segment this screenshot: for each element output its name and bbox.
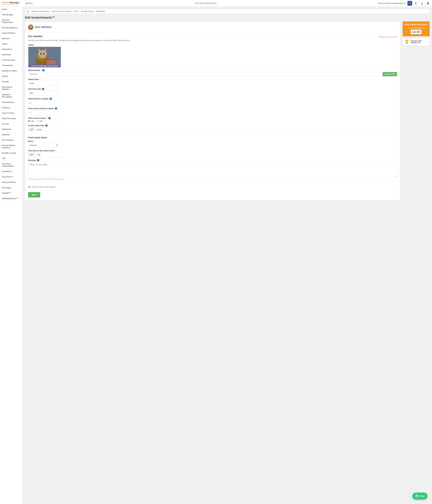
sidebar-item-integrations[interactable]: Integrations › bbox=[0, 47, 22, 52]
sidebar-chevron-icon: › bbox=[20, 64, 20, 66]
sidebar-chevron-icon: › bbox=[20, 176, 20, 178]
sidebar-chevron-icon: › bbox=[20, 43, 20, 45]
sidebar-chevron-icon: › bbox=[20, 59, 20, 61]
sidebar-item-faq-management[interactable]: FAQ Management › bbox=[0, 25, 22, 30]
sidebar-item-transactions[interactable]: Transactions › bbox=[0, 63, 22, 68]
sidebar-item-trs[interactable]: TRS › bbox=[0, 156, 22, 161]
breadcrumb-manage-awards[interactable]: Manage Awards bbox=[81, 10, 94, 12]
message-textarea[interactable]: This is an eCat bbox=[28, 162, 397, 177]
user-button[interactable]: 👤 bbox=[425, 1, 430, 6]
sidebar-item-smarttech[interactable]: SmartTech™ › bbox=[0, 174, 22, 180]
allow-custom-info-icon[interactable]: i bbox=[48, 117, 51, 119]
expiry-warning-info-icon[interactable]: i bbox=[55, 107, 57, 110]
form-section: EDIT AWARDS *Indicates a required field … bbox=[28, 35, 397, 198]
pot-chevron-icon: › bbox=[427, 41, 428, 43]
fixed-worth-currency: GBP bbox=[28, 152, 35, 157]
sidebar-item-reporting-statistics[interactable]: Reporting & Statistics › bbox=[0, 84, 22, 92]
sidebar-item-label: Reward & Recognition bbox=[2, 93, 20, 98]
svg-point-3 bbox=[38, 50, 47, 58]
notifications-button[interactable]: 🔔 bbox=[419, 1, 424, 6]
sidebar-item-label: SPCycleToWork bbox=[2, 181, 16, 183]
custom-value-currency: GBP bbox=[28, 127, 35, 132]
sidebar-chevron-icon: › bbox=[20, 192, 20, 194]
breadcrumb-reward-recognition[interactable]: Reward & Recognition bbox=[31, 10, 49, 12]
sidebar-item-info-popup[interactable]: Info Popup › bbox=[0, 185, 22, 190]
sidebar-item-cycle-to-work[interactable]: Cycle To Work › bbox=[0, 110, 22, 116]
sidebar-item-wellbeing[interactable]: WellbeingCentre™ › bbox=[0, 196, 22, 201]
sidebar-item-pmi[interactable]: Private Medical Insurance › bbox=[0, 143, 22, 150]
sidebar-item-security[interactable]: Security › bbox=[0, 79, 22, 84]
sidebar-item-label: System bbox=[2, 75, 8, 77]
sidebar-item-healthcare[interactable]: Healthcare › bbox=[0, 126, 22, 132]
sidebar-item-communication[interactable]: Communication › bbox=[0, 57, 22, 63]
chat-button[interactable]: 💬 Chat bbox=[412, 493, 428, 500]
delete-fixed-award-button[interactable]: ✕ bbox=[56, 144, 58, 146]
allow-custom-yes-radio[interactable] bbox=[28, 120, 30, 122]
sidebar-chevron-icon: › bbox=[20, 187, 20, 189]
sidebar-item-smartfit[interactable]: SmartFit™ › bbox=[0, 190, 22, 196]
sidebar-chevron-icon: › bbox=[20, 198, 20, 199]
svg-point-8 bbox=[40, 53, 42, 55]
custom-value-info-icon[interactable]: i bbox=[45, 124, 48, 127]
sidebar-item-reward-recognition[interactable]: Reward & Recognition › bbox=[0, 92, 22, 100]
fixed-name-input[interactable] bbox=[28, 143, 58, 148]
divider bbox=[28, 181, 397, 182]
message-info-icon[interactable]: i bbox=[37, 159, 39, 162]
sidebar-item-members[interactable]: Members › bbox=[0, 36, 22, 41]
expiry-warning-input[interactable] bbox=[28, 110, 58, 115]
choose-file-button[interactable]: Choose File bbox=[383, 72, 397, 76]
sidebar-item-benefits-perks[interactable]: Benefits & Perks › bbox=[0, 150, 22, 156]
award-image-inner: You are so pawesome! Have an eCat! bbox=[28, 47, 61, 67]
sidebar-item-label: Retailers & Offers bbox=[2, 70, 17, 72]
sidebar-item-smartpay[interactable]: SmartPay™ › bbox=[0, 169, 22, 174]
expires-input[interactable] bbox=[28, 100, 58, 105]
sidebar-chevron-icon: › bbox=[20, 101, 20, 103]
save-button[interactable]: Save bbox=[28, 192, 40, 198]
award-name-input[interactable] bbox=[28, 81, 58, 86]
sidebar-item-label: SmartFit™ bbox=[2, 192, 11, 194]
allow-custom-no-radio[interactable] bbox=[37, 120, 39, 122]
award-caption: You are so pawesome! Have an eCat! bbox=[28, 64, 61, 67]
add-new-value-button[interactable]: ⊕ Add new value to the award bbox=[28, 184, 55, 190]
sidebar-item-system[interactable]: System › bbox=[0, 73, 22, 79]
char-limit-info-icon[interactable]: i bbox=[42, 88, 44, 90]
monitor-button[interactable]: 🖥 bbox=[413, 1, 418, 6]
sidebar-item-file-manager[interactable]: File Manager › bbox=[0, 12, 22, 17]
sidebar-item-e-cards[interactable]: E-Cards › bbox=[0, 121, 22, 126]
sidebar-chevron-icon: › bbox=[20, 32, 20, 34]
sidebar-item-referrals[interactable]: Referrals › bbox=[0, 132, 22, 137]
expires-info-icon[interactable]: i bbox=[49, 98, 52, 100]
allow-custom-no-label[interactable]: No bbox=[37, 120, 42, 122]
sidebar-item-pages[interactable]: Pages › bbox=[0, 41, 22, 47]
breadcrumb-reward-recognition2[interactable]: Reward and Recognition bbox=[52, 10, 71, 12]
file-input[interactable] bbox=[28, 72, 383, 76]
sidebar-item-childcare[interactable]: Childcare › bbox=[0, 105, 22, 110]
textarea-hint: Your message can be up to 1500 character… bbox=[28, 178, 397, 180]
sidebar-item-retailers-offers[interactable]: Retailers & Offers › bbox=[0, 68, 22, 73]
fixed-worth-input[interactable] bbox=[35, 152, 64, 157]
sidebar-item-label: SmartTech™ bbox=[2, 176, 13, 178]
sidebar-item-shop-purchases[interactable]: Shop Purchases › bbox=[0, 116, 22, 121]
sidebar-item-home[interactable]: Home › bbox=[0, 7, 22, 12]
sidebar-item-sp-cycle[interactable]: SPCycleToWork › bbox=[0, 180, 22, 185]
breadcrumb-home[interactable]: 🏠 bbox=[27, 10, 29, 12]
char-limit-input[interactable] bbox=[28, 91, 58, 95]
edit-awards-header: 🏆 EDIT AWARDS bbox=[28, 25, 397, 32]
sidebar-item-two-factor[interactable]: Two-Factor Authentication › bbox=[0, 161, 22, 169]
award-name-label: Award name: * bbox=[28, 78, 397, 81]
sidebar-item-clients-programmes[interactable]: Clients & Programmes › bbox=[0, 17, 22, 25]
globe-button[interactable]: 🌐 GL ▾ bbox=[24, 1, 34, 5]
sidebar-item-help-desk[interactable]: Help Desk › bbox=[0, 52, 22, 57]
logo: RewardManager™ The RG management system bbox=[2, 1, 20, 5]
sidebar-item-smart-products[interactable]: Smart Products › bbox=[0, 30, 22, 36]
sidebar-item-label: Transactions bbox=[2, 64, 13, 66]
sidebar-item-flex-products[interactable]: Flex Products › bbox=[0, 137, 22, 143]
shield-button[interactable]: 🛡 bbox=[407, 1, 412, 6]
fixed-award-section: Fixed award values Name: * ✕ bbox=[28, 134, 397, 180]
create-pot-card[interactable]: 🏆 CREATE NEW AWARD POT › bbox=[403, 38, 430, 45]
allow-custom-yes-label[interactable]: Yes bbox=[28, 120, 34, 122]
custom-value-input[interactable] bbox=[35, 127, 64, 132]
breadcrumb-ecats[interactable]: eCats bbox=[74, 10, 79, 12]
sidebar-item-instantawards[interactable]: InstantAwards › bbox=[0, 100, 22, 105]
upload-info-icon[interactable]: i bbox=[42, 69, 45, 72]
